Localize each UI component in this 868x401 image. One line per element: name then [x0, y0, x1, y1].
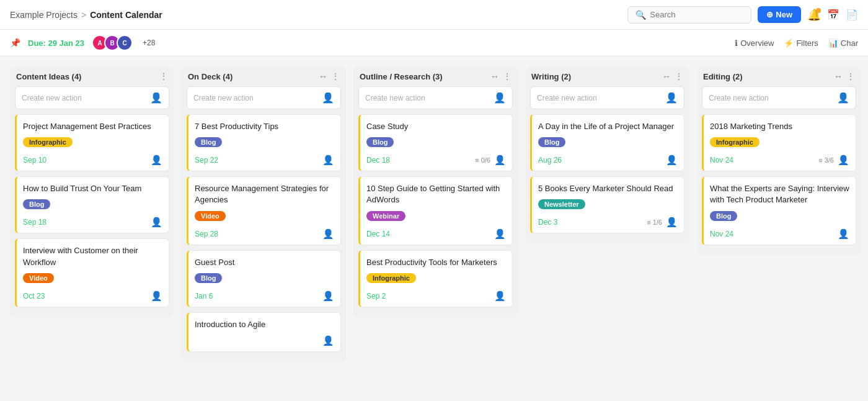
card-assign-icon: 👤 — [666, 217, 678, 228]
card-footer-right: 👤 — [322, 291, 334, 302]
card-assign-icon: 👤 — [151, 217, 162, 228]
card-footer-right: 👤 — [666, 155, 678, 166]
card-footer: Jan 6👤 — [195, 291, 334, 302]
card-date: Dec 18 — [366, 156, 390, 164]
card-c5[interactable]: Resource Management Strategies for Agenc… — [187, 176, 341, 245]
card-title: 7 Best Productivity Tips — [195, 121, 334, 132]
card-footer: Dec 18≡ 0/6👤 — [366, 155, 506, 166]
card-footer: Aug 26👤 — [538, 155, 678, 166]
card-tag: Video — [23, 273, 54, 283]
column-more-on-deck[interactable]: ⋮ — [331, 71, 340, 81]
column-expand-outline-research[interactable]: ↔ — [490, 71, 499, 81]
column-actions-outline-research: ↔⋮ — [490, 71, 512, 81]
card-title: Introduction to Agile — [195, 319, 334, 330]
create-action-text: Create new action — [22, 94, 82, 102]
overview-button[interactable]: ℹ Overview — [735, 38, 774, 48]
card-c11[interactable]: A Day in the Life of a Project ManagerBl… — [530, 114, 684, 171]
card-footer: Nov 24👤 — [710, 228, 849, 240]
column-writing: Writing (2)↔⋮Create new action👤A Day in … — [525, 66, 689, 243]
card-footer: Dec 14👤 — [366, 228, 506, 240]
subnav-left: 📌 Due: 29 Jan 23 A B C +28 — [10, 35, 155, 51]
card-title: 2018 Marketing Trends — [710, 121, 849, 132]
card-footer: Oct 23👤 — [23, 291, 162, 302]
assign-icon: 👤 — [494, 92, 506, 104]
card-footer: Sep 10👤 — [23, 155, 162, 166]
card-title: Project Management Best Practices — [23, 121, 162, 132]
column-more-content-ideas[interactable]: ⋮ — [159, 71, 168, 81]
card-tag: Blog — [195, 137, 222, 147]
card-date: Sep 28 — [195, 230, 218, 238]
topbar-actions: 🔍 ⊕ New 🔔 📅 📄 — [627, 6, 858, 24]
card-assign-icon: 👤 — [151, 291, 162, 302]
card-assign-icon: 👤 — [322, 155, 334, 166]
card-footer: Sep 22👤 — [195, 155, 334, 166]
notification-dot — [816, 8, 821, 13]
card-date: Sep 22 — [195, 156, 218, 164]
create-action-text: Create new action — [537, 94, 597, 102]
assign-icon: 👤 — [837, 92, 849, 104]
card-assign-icon: 👤 — [666, 155, 678, 166]
member-avatars: A B C — [92, 35, 133, 51]
assign-icon: 👤 — [150, 92, 162, 104]
card-title: Guest Post — [195, 257, 334, 268]
filter-icon: ⚡ — [784, 38, 794, 48]
card-c13[interactable]: 2018 Marketing TrendsInfographicNov 24≡ … — [702, 114, 856, 171]
column-header-content-ideas: Content Ideas (4)⋮ — [15, 71, 169, 81]
create-action-on-deck[interactable]: Create new action👤 — [187, 86, 341, 109]
card-c8[interactable]: Case StudyBlogDec 18≡ 0/6👤 — [358, 114, 513, 171]
card-tag: Webinar — [366, 211, 405, 221]
card-c7[interactable]: Introduction to Agile👤 — [187, 312, 341, 352]
notifications-button[interactable]: 🔔 — [807, 8, 821, 22]
card-assign-icon: 👤 — [494, 155, 506, 166]
document-button[interactable]: 📄 — [846, 9, 858, 20]
assign-icon: 👤 — [665, 92, 678, 104]
search-box[interactable]: 🔍 — [627, 6, 751, 24]
column-more-editing[interactable]: ⋮ — [846, 71, 855, 81]
column-header-outline-research: Outline / Research (3)↔⋮ — [358, 71, 513, 81]
card-date: Dec 14 — [366, 230, 390, 238]
card-c12[interactable]: 5 Books Every Marketer Should ReadNewsle… — [530, 176, 684, 233]
filters-button[interactable]: ⚡ Filters — [784, 38, 818, 48]
breadcrumb-parent[interactable]: Example Projects — [10, 10, 78, 20]
card-tag: Blog — [538, 137, 565, 147]
pin-icon: 📌 — [10, 38, 20, 48]
card-assign-icon: 👤 — [494, 228, 506, 240]
card-footer: Sep 2👤 — [366, 291, 506, 302]
board: Content Ideas (4)⋮Create new action👤Proj… — [0, 56, 868, 398]
new-label: New — [776, 10, 792, 19]
calendar-button[interactable]: 📅 — [827, 9, 839, 20]
card-date: Sep 18 — [23, 218, 46, 227]
card-c9[interactable]: 10 Step Guide to Getting Started with Ad… — [358, 176, 513, 245]
card-c14[interactable]: What the Experts are Saying: Interview w… — [702, 176, 856, 245]
card-date: Oct 23 — [23, 292, 45, 300]
column-title-editing: Editing (2) — [703, 72, 743, 81]
new-button[interactable]: ⊕ New — [758, 6, 801, 23]
card-c2[interactable]: How to Build Trust On Your TeamBlogSep 1… — [15, 176, 169, 233]
card-c4[interactable]: 7 Best Productivity TipsBlogSep 22👤 — [187, 114, 341, 171]
column-expand-on-deck[interactable]: ↔ — [319, 71, 327, 81]
card-tag: Infographic — [710, 137, 760, 147]
card-footer: Dec 3≡ 1/6👤 — [538, 217, 678, 228]
card-tag: Infographic — [23, 137, 73, 147]
card-c1[interactable]: Project Management Best PracticesInfogra… — [15, 114, 169, 171]
column-more-writing[interactable]: ⋮ — [675, 71, 683, 81]
create-action-writing[interactable]: Create new action👤 — [530, 86, 684, 109]
column-more-outline-research[interactable]: ⋮ — [503, 71, 512, 81]
card-c6[interactable]: Guest PostBlogJan 6👤 — [187, 250, 341, 307]
create-action-editing[interactable]: Create new action👤 — [702, 86, 856, 109]
card-assign-icon: 👤 — [322, 291, 334, 302]
extra-members: +28 — [143, 38, 155, 47]
card-date: Nov 24 — [710, 156, 733, 164]
card-c3[interactable]: Interview with Customer on their Workflo… — [15, 238, 169, 307]
subnav-right: ℹ Overview ⚡ Filters 📊 Char — [735, 38, 858, 48]
avatar-3: C — [117, 35, 133, 51]
create-action-outline-research[interactable]: Create new action👤 — [358, 86, 513, 109]
column-expand-writing[interactable]: ↔ — [662, 71, 671, 81]
column-title-content-ideas: Content Ideas (4) — [16, 72, 81, 81]
column-header-editing: Editing (2)↔⋮ — [702, 71, 856, 81]
column-expand-editing[interactable]: ↔ — [834, 71, 843, 81]
chart-button[interactable]: 📊 Char — [828, 38, 858, 48]
card-c10[interactable]: Best Productivity Tools for MarketersInf… — [358, 250, 513, 307]
create-action-content-ideas[interactable]: Create new action👤 — [15, 86, 169, 109]
search-input[interactable] — [650, 10, 737, 19]
